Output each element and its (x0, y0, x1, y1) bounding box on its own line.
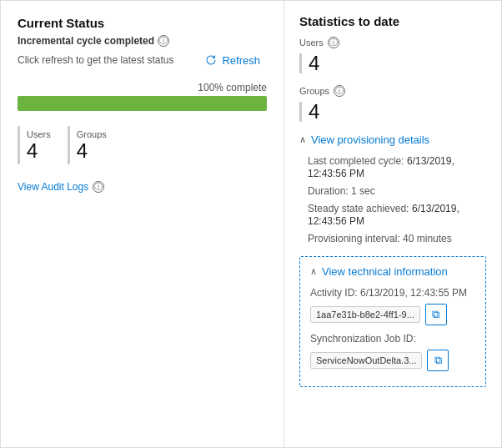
current-status-title: Current Status (18, 16, 267, 30)
right-users-value: 4 (299, 53, 486, 73)
interval-label: Provisioning interval: 40 minutes (308, 233, 452, 244)
stats-row: Users 4 Groups 4 (18, 126, 267, 164)
technical-chevron-icon: ∧ (310, 266, 317, 277)
sync-job-label-row: Synchronization Job ID: (310, 332, 475, 345)
technical-info-label: View technical information (322, 265, 448, 278)
last-cycle-row: Last completed cycle: 6/13/2019, 12:43:5… (308, 154, 486, 179)
right-groups-info-icon[interactable]: ⓘ (334, 85, 345, 97)
users-value: 4 (27, 141, 51, 161)
right-panel: Statistics to date Users ⓘ 4 Groups ⓘ 4 … (284, 1, 501, 447)
refresh-label: Refresh (222, 54, 260, 67)
right-users-label-row: Users ⓘ (299, 37, 486, 48)
cycle-status-text: Incremental cycle completed (18, 35, 154, 47)
activity-id-field: 1aa7e31b-b8e2-4ff1-9... (310, 306, 420, 323)
groups-value: 4 (77, 141, 107, 161)
click-refresh-hint: Click refresh to get the latest status (18, 54, 173, 66)
steady-state-row: Steady state achieved: 6/13/2019, 12:43:… (308, 202, 486, 227)
right-users-info-icon[interactable]: ⓘ (328, 37, 339, 48)
refresh-button[interactable]: Refresh (198, 50, 267, 70)
provisioning-chevron-icon: ∧ (299, 134, 306, 145)
duration-label: Duration: 1 sec (308, 185, 375, 197)
steady-state-label: Steady state achieved: (308, 203, 409, 214)
right-users-label: Users (299, 38, 324, 48)
left-panel: Current Status Incremental cycle complet… (1, 1, 284, 447)
technical-info-box: ∧ View technical information Activity ID… (299, 256, 486, 387)
provisioning-details-toggle[interactable]: ∧ View provisioning details (299, 133, 486, 146)
right-groups-label-row: Groups ⓘ (299, 85, 486, 97)
users-label: Users (27, 129, 51, 139)
activity-id-copy-row: 1aa7e31b-b8e2-4ff1-9... ⧉ (310, 304, 475, 325)
sync-job-copy-button[interactable]: ⧉ (427, 350, 449, 371)
progress-label: 100% complete (18, 82, 267, 93)
duration-row: Duration: 1 sec (308, 184, 486, 197)
right-groups-value: 4 (299, 102, 486, 122)
sync-job-field: ServiceNowOutDelta.3... (310, 352, 422, 369)
statistics-title: Statistics to date (299, 14, 486, 28)
groups-stat-box: Groups 4 (68, 126, 118, 164)
refresh-icon (204, 53, 218, 67)
activity-id-label-row: Activity ID: 6/13/2019, 12:43:55 PM (310, 286, 475, 299)
sync-job-label: Synchronization Job ID: (310, 333, 416, 345)
right-groups-label: Groups (299, 86, 329, 96)
users-stat-box: Users 4 (18, 126, 63, 164)
provisioning-details-label: View provisioning details (311, 133, 429, 146)
groups-label: Groups (77, 129, 107, 139)
last-cycle-label: Last completed cycle: (308, 155, 404, 167)
activity-id-copy-button[interactable]: ⧉ (425, 304, 447, 325)
right-groups-group: Groups ⓘ 4 (299, 85, 486, 122)
technical-info-toggle[interactable]: ∧ View technical information (310, 265, 475, 278)
copy-icon-sync: ⧉ (434, 354, 442, 367)
provisioning-details-content: Last completed cycle: 6/13/2019, 12:43:5… (299, 154, 486, 244)
subtitle-info-icon[interactable]: ⓘ (158, 35, 169, 47)
sync-job-copy-row: ServiceNowOutDelta.3... ⧉ (310, 350, 475, 371)
progress-bar-background (18, 96, 267, 111)
progress-bar-fill (18, 96, 267, 111)
audit-link-row: View Audit Logs ⓘ (18, 181, 267, 193)
view-audit-logs-link[interactable]: View Audit Logs (18, 181, 88, 193)
right-users-group: Users ⓘ 4 (299, 37, 486, 73)
audit-info-icon[interactable]: ⓘ (93, 181, 104, 193)
activity-id-label: Activity ID: 6/13/2019, 12:43:55 PM (310, 287, 467, 299)
copy-icon-activity: ⧉ (432, 308, 439, 321)
interval-row: Provisioning interval: 40 minutes (308, 232, 486, 244)
